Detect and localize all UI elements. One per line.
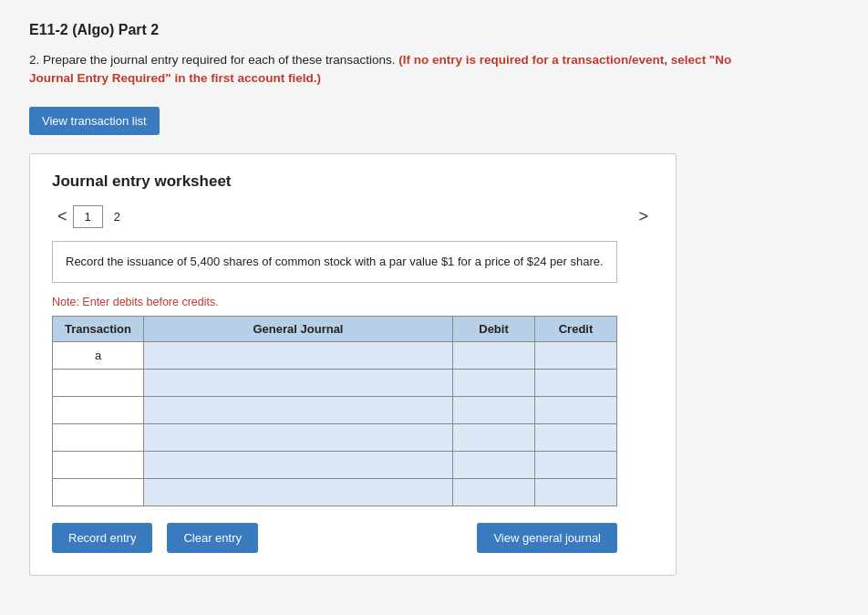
journal-input-5[interactable] xyxy=(148,482,449,504)
transaction-cell-5 xyxy=(53,479,144,506)
debit-input-1[interactable] xyxy=(457,372,531,394)
transaction-cell-2 xyxy=(53,397,144,424)
credit-cell-3[interactable] xyxy=(535,424,617,452)
journal-cell-3[interactable] xyxy=(144,424,453,452)
debit-input-4[interactable] xyxy=(457,454,531,476)
transaction-cell-0: a xyxy=(53,342,144,370)
table-row xyxy=(53,452,617,479)
journal-cell-1[interactable] xyxy=(144,370,453,397)
view-general-journal-button[interactable]: View general journal xyxy=(477,523,617,553)
instructions-plain: Prepare the journal entry required for e… xyxy=(43,53,395,67)
credit-input-5[interactable] xyxy=(539,482,613,504)
table-row xyxy=(53,397,617,424)
debit-input-0[interactable] xyxy=(457,345,531,367)
journal-input-0[interactable] xyxy=(148,345,449,367)
credit-cell-0[interactable] xyxy=(535,342,617,370)
credit-cell-5[interactable] xyxy=(535,479,617,506)
col-header-debit: Debit xyxy=(453,317,535,342)
journal-input-1[interactable] xyxy=(148,372,449,394)
journal-input-3[interactable] xyxy=(148,427,449,449)
button-row: Record entry Clear entry View general jo… xyxy=(52,523,617,553)
nav-tab-2[interactable]: 2 xyxy=(103,206,131,227)
credit-input-1[interactable] xyxy=(539,372,613,394)
journal-cell-2[interactable] xyxy=(144,397,453,424)
journal-input-4[interactable] xyxy=(148,454,449,476)
journal-input-2[interactable] xyxy=(148,400,449,422)
problem-number: 2. xyxy=(29,53,39,67)
chevron-left-icon[interactable]: < xyxy=(52,207,73,226)
credit-cell-2[interactable] xyxy=(535,397,617,424)
debit-cell-3[interactable] xyxy=(453,424,535,452)
table-row xyxy=(53,424,617,452)
description-box: Record the issuance of 5,400 shares of c… xyxy=(52,241,617,284)
worksheet-container: Journal entry worksheet < 1 2 > Record t… xyxy=(29,153,677,577)
col-header-credit: Credit xyxy=(535,317,617,342)
credit-input-4[interactable] xyxy=(539,454,613,476)
instructions: 2. Prepare the journal entry required fo… xyxy=(29,51,759,89)
credit-input-2[interactable] xyxy=(539,400,613,422)
credit-cell-1[interactable] xyxy=(535,370,617,397)
debit-input-5[interactable] xyxy=(457,482,531,504)
debit-cell-4[interactable] xyxy=(453,452,535,479)
col-header-journal: General Journal xyxy=(144,317,453,342)
worksheet-title: Journal entry worksheet xyxy=(52,172,654,191)
journal-table: Transaction General Journal Debit Credit… xyxy=(52,316,617,506)
view-transaction-button[interactable]: View transaction list xyxy=(29,107,160,135)
chevron-right-icon[interactable]: > xyxy=(633,207,654,226)
credit-cell-4[interactable] xyxy=(535,452,617,479)
note-text: Note: Enter debits before credits. xyxy=(52,296,654,308)
journal-cell-0[interactable] xyxy=(144,342,453,370)
table-row: a xyxy=(53,342,617,370)
record-entry-button[interactable]: Record entry xyxy=(52,523,152,553)
navigation-row: < 1 2 > xyxy=(52,205,654,228)
debit-input-3[interactable] xyxy=(457,427,531,449)
debit-cell-1[interactable] xyxy=(453,370,535,397)
table-row xyxy=(53,370,617,397)
transaction-cell-1 xyxy=(53,370,144,397)
col-header-transaction: Transaction xyxy=(53,317,144,342)
debit-cell-5[interactable] xyxy=(453,479,535,506)
transaction-cell-4 xyxy=(53,452,144,479)
debit-cell-2[interactable] xyxy=(453,397,535,424)
credit-input-0[interactable] xyxy=(539,345,613,367)
debit-cell-0[interactable] xyxy=(453,342,535,370)
table-header-row: Transaction General Journal Debit Credit xyxy=(53,317,617,342)
page-title: E11-2 (Algo) Part 2 xyxy=(29,22,839,38)
transaction-cell-3 xyxy=(53,424,144,452)
debit-input-2[interactable] xyxy=(457,400,531,422)
journal-cell-4[interactable] xyxy=(144,452,453,479)
nav-tab-1[interactable]: 1 xyxy=(73,205,103,228)
journal-cell-5[interactable] xyxy=(144,479,453,506)
table-row xyxy=(53,479,617,506)
credit-input-3[interactable] xyxy=(539,427,613,449)
clear-entry-button[interactable]: Clear entry xyxy=(167,523,258,553)
